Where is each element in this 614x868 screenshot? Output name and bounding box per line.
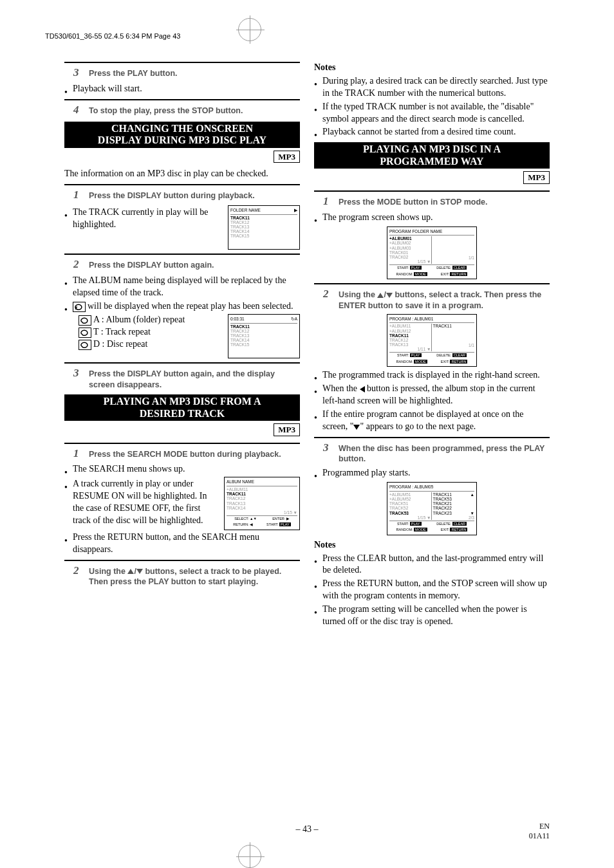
repeat-types-block: A : Album (folder) repeat T : Track repe… [64,314,300,358]
playback-start: Playback will start. [64,83,300,95]
search-menu-shows: The SEARCH menu shows up. [64,463,300,476]
notes-heading-2: Notes [314,539,550,551]
search-diagram: ALBUM NAME +ALBUM11 TRACK11 TRACK12 TRAC… [224,477,300,530]
program-diagram-3: PROGRAM : ALBUM05 +ALBUM51 +ALBUM52 TRAC… [387,482,477,535]
page-number: – 43 – [0,824,614,835]
display-diagram-1: FOLDER NAME▶ TRACK11 TRACK12 TRACK13 TRA… [228,205,300,250]
left-arrow-icon [360,386,365,392]
step-1-display: 1 Press the DISPLAY button during playba… [73,188,300,203]
left-column: 3 Press the PLAY button. Playback will s… [64,58,300,629]
repeat-display: will be displayed when the repeat play h… [64,300,300,313]
step-3-play: 3 Press the PLAY button. [73,66,300,80]
section-changing-display: CHANGING THE ONSCREEN DISPLAY DURING MP3… [64,122,300,148]
registration-mark-top [238,18,261,41]
programmed-track-right: The programmed track is displayed in the… [314,369,550,382]
up-arrow-icon [127,569,134,574]
step-1-mode: 1 Press the MODE button in STOP mode. [323,194,550,209]
step-4-stop: 4 To stop the play, press the STOP butto… [73,103,300,118]
step-1-search: 1 Press the SEARCH MODE button during pl… [73,447,300,461]
step-3-display-disappear: 3 Press the DISPLAY button again, and th… [73,366,300,391]
note-return-stop: Press the RETURN button, and the STOP sc… [314,578,550,602]
repeat-icon [79,340,91,350]
note-2: If the typed TRACK number is not availab… [314,101,550,125]
notes-heading: Notes [314,62,550,74]
return-search-close: Press the RETURN button, and the SEARCH … [64,531,300,556]
program-diagram-1: PROGRAM FOLDER NAME +ALBUM01 +ALBUM02 +A… [387,226,477,279]
step-2-select-track: 2 Using the / buttons, select a track to… [73,564,300,588]
track-highlight-resume: A track currently in play or under RESUM… [64,478,219,527]
down-arrow-icon [353,425,360,430]
program-screen-shows: The program screen shows up. [314,212,550,224]
content-area: 3 Press the PLAY button. Playback will s… [64,58,550,629]
note-3: Playback cannot be started from a desire… [314,126,550,138]
repeat-album: A : Album (folder) repeat [79,314,223,326]
note-1: During play, a desired track can be dire… [314,75,550,100]
left-button-album: When the button is pressed, the album st… [314,383,550,407]
note-clear: Press the CLEAR button, and the last-pro… [314,553,550,577]
right-column: Notes During play, a desired track can b… [314,58,550,629]
step-text: To stop the play, press the STOP button. [89,106,300,116]
registration-mark-bottom [238,845,261,868]
footer-code: EN 01A11 [529,822,550,841]
display-diagram-2: 0:03:31↻A TRACK11 TRACK12 TRACK13 TRACK1… [228,314,300,358]
down-arrow-icon [386,293,393,298]
step-number: 3 [73,66,82,80]
step-3-play-program: 3 When the disc has been programmed, pre… [323,441,550,465]
mp3-badge: MP3 [274,423,300,436]
repeat-icon [79,315,91,326]
repeat-disc: D : Disc repeat [79,338,223,351]
running-header: TD530/601_36-55 02.4.5 6:34 PM Page 43 [45,32,180,40]
page: TD530/601_36-55 02.4.5 6:34 PM Page 43 3… [0,0,614,868]
mp3-badge: MP3 [523,171,550,184]
program-overflow: If the entire program cannot be displaye… [314,409,550,433]
up-arrow-icon [377,293,384,298]
repeat-track: T : Track repeat [79,326,223,338]
programmed-play-starts: Programmed play starts. [314,467,550,479]
section-desired-track: PLAYING AN MP3 DISC FROM A DESIRED TRACK [64,394,300,421]
repeat-icon [73,302,86,312]
info-paragraph: The information on an MP3 disc in play c… [64,168,300,180]
down-arrow-icon [136,569,143,574]
section-programmed-way: PLAYING AN MP3 DISC IN A PROGRAMMED WAY [314,142,550,169]
step-2-select-save: 2 Using the / buttons, select a track. T… [323,287,550,311]
note-cancel: The program setting will be cancelled wh… [314,604,550,628]
step-2-display-again: 2 Press the DISPLAY button again. [73,257,300,272]
album-elapsed: The ALBUM name being displayed will be r… [64,275,300,299]
repeat-icon [79,328,91,338]
track-highlight-block: The TRACK currently in play will be high… [64,205,300,250]
program-diagram-2: PROGRAM : ALBUM01 +ALBUM11 +ALBUM12 TRAC… [387,314,477,367]
step-text: Press the PLAY button. [89,68,300,79]
mp3-badge: MP3 [274,151,300,163]
step-number: 4 [73,103,82,118]
